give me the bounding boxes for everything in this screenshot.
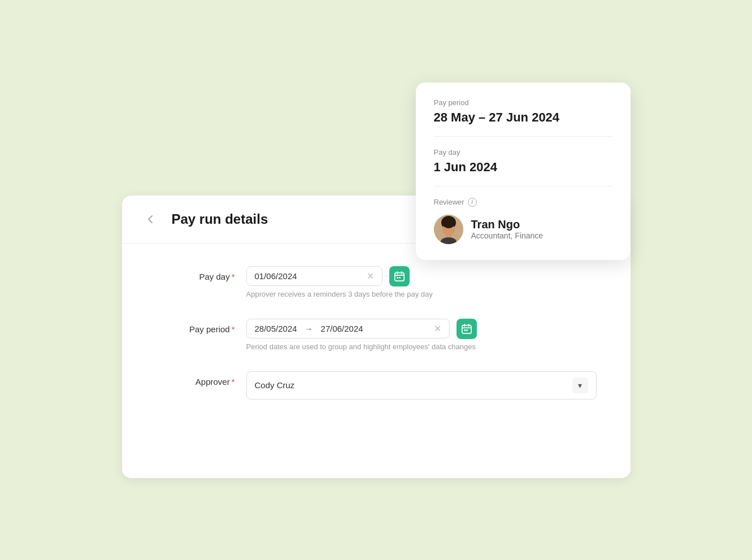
pay-period-calendar-button[interactable]	[457, 319, 477, 339]
pay-period-field-col: 28/05/2024 → 27/06/2024 ✕	[246, 319, 597, 351]
required-star: *	[232, 272, 235, 281]
info-icon: i	[468, 198, 477, 207]
pay-day-label: Pay day*	[156, 266, 235, 281]
approver-value: Cody Cruz	[255, 380, 295, 390]
reviewer-role: Accountant, Finance	[471, 231, 544, 240]
pay-day-row: Pay day* ✕	[156, 266, 597, 298]
page-title: Pay run details	[172, 211, 268, 227]
chevron-down-icon: ▾	[572, 377, 588, 393]
required-star-3: *	[232, 377, 235, 387]
pay-period-clear-icon[interactable]: ✕	[434, 324, 441, 333]
approver-row: Approver* Cody Cruz ▾	[156, 371, 597, 400]
card-body: Pay day* ✕	[122, 244, 631, 422]
svg-rect-10	[464, 329, 466, 331]
svg-rect-8	[399, 276, 401, 278]
divider-1	[434, 136, 612, 137]
pay-period-input-wrapper[interactable]: 28/05/2024 → 27/06/2024 ✕	[246, 319, 450, 338]
divider-2	[434, 186, 612, 186]
svg-point-3	[442, 218, 455, 228]
svg-rect-6	[394, 272, 403, 281]
info-card: Pay period 28 May – 27 Jun 2024 Pay day …	[416, 83, 631, 260]
pay-day-calendar-button[interactable]	[389, 266, 410, 286]
pay-period-end: 27/06/2024	[321, 324, 429, 333]
pay-day-field-col: ✕ Approver receives a rem	[246, 266, 597, 298]
pay-period-start: 28/05/2024	[255, 324, 297, 333]
pay-period-label: Pay period*	[156, 319, 235, 334]
back-button[interactable]	[140, 209, 160, 229]
svg-rect-7	[397, 276, 398, 278]
approver-label: Approver*	[156, 371, 235, 387]
reviewer-label-row: Reviewer i	[434, 198, 612, 207]
pay-day-input-wrapper[interactable]: ✕	[246, 266, 382, 286]
required-star-2: *	[232, 324, 235, 334]
pay-day-input[interactable]	[255, 271, 362, 281]
pay-day-value: 1 Jun 2024	[434, 160, 612, 175]
svg-rect-11	[466, 329, 468, 331]
pay-period-row: Pay period* 28/05/2024 → 27/06/2024 ✕	[156, 319, 597, 351]
pay-day-hint: Approver receives a reminders 3 days bef…	[246, 290, 597, 298]
avatar	[434, 215, 463, 244]
pay-period-label: Pay period	[434, 98, 612, 107]
reviewer-name: Tran Ngo	[471, 218, 544, 231]
reviewer-label: Reviewer	[434, 198, 464, 206]
pay-period-value: 28 May – 27 Jun 2024	[434, 110, 612, 125]
svg-rect-9	[462, 325, 471, 333]
arrow-separator: →	[305, 324, 313, 333]
pay-day-label: Pay day	[434, 148, 612, 157]
approver-select[interactable]: Cody Cruz ▾	[246, 371, 597, 400]
pay-period-hint: Period dates are used to group and highl…	[246, 342, 597, 351]
reviewer-info: Tran Ngo Accountant, Finance	[471, 218, 544, 240]
reviewer-row: Tran Ngo Accountant, Finance	[434, 215, 612, 244]
pay-day-clear-icon[interactable]: ✕	[367, 272, 374, 281]
approver-field-col: Cody Cruz ▾	[246, 371, 597, 400]
